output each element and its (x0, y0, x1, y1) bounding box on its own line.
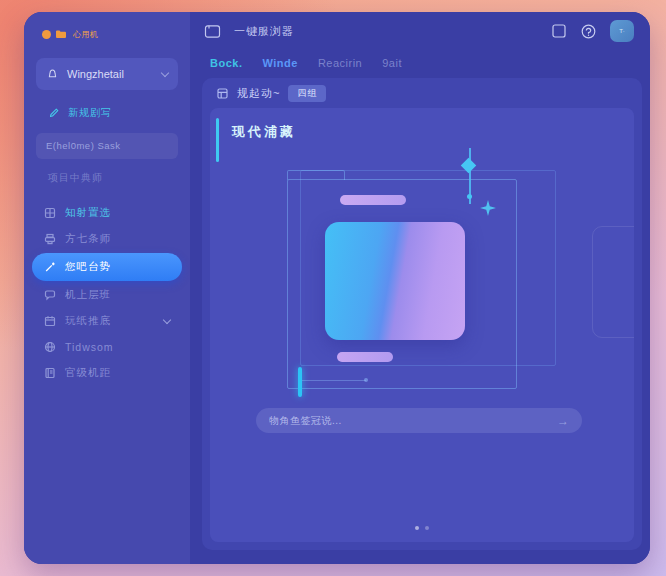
main-area: 一键服浏器 T· Bock. Winde Reacirin 9ait 规起动~ (190, 12, 650, 564)
bell-icon (46, 68, 59, 81)
pager-dots (415, 526, 429, 530)
cursor-bar (298, 367, 302, 397)
quick-action-label: 新规剧写 (68, 106, 112, 120)
chat-icon (44, 289, 56, 301)
pager-dot-2[interactable] (425, 526, 429, 530)
sidebar-item-7[interactable]: 官级机距 (32, 361, 182, 385)
sidebar-item-label: Tidwsom (65, 341, 170, 353)
logo-text: 心用机 (73, 29, 99, 40)
sidebar-menu: 知射置选 方七条师 您吧台势 机上层班 (32, 201, 182, 387)
illustration-horizontal-line (302, 380, 366, 381)
panel-header: 规起动~ 四组 (202, 78, 642, 108)
sidebar-item-6[interactable]: Tidwsom (32, 335, 182, 359)
illustration-pill-bottom (337, 352, 393, 362)
chat-input[interactable] (269, 415, 549, 426)
avatar[interactable]: T· (610, 20, 634, 42)
panel-badge[interactable]: 四组 (288, 85, 326, 102)
sidebar-item-3-selected[interactable]: 您吧台势 (32, 253, 182, 281)
sidebar-item-label: 官级机距 (65, 366, 170, 380)
topbar-title: 一键服浏器 (234, 24, 294, 39)
logo-dot-icon (42, 30, 51, 39)
panel-title: 规起动~ (237, 86, 280, 101)
sidebar-sub-item[interactable]: 项目中典师 (36, 167, 178, 189)
line-dot (467, 194, 472, 199)
tab-3[interactable]: Reacirin (318, 57, 362, 69)
quick-action[interactable]: 新规剧写 (48, 106, 190, 120)
sidebar-item-4[interactable]: 机上层班 (32, 283, 182, 307)
sidebar-section[interactable]: E(hel0me) Sask (36, 133, 178, 159)
content-panel: 规起动~ 四组 现代浦藏 (202, 78, 642, 550)
logo: 心用机 (42, 27, 190, 41)
square-window-icon[interactable] (551, 23, 567, 39)
app-window: 心用机 Wingzhetail 新规剧写 E(hel0me) Sask 项目中典… (24, 12, 650, 564)
sidebar-item-label: 知射置选 (65, 206, 170, 220)
canvas-title: 现代浦藏 (232, 123, 296, 141)
grid-icon (44, 207, 56, 219)
hero-canvas: 现代浦藏 → (210, 108, 634, 542)
calendar-icon (44, 315, 56, 327)
title-accent-bar (216, 118, 219, 162)
topbar: 一键服浏器 T· (190, 12, 650, 50)
sidebar-item-label: 玩纸推底 (65, 314, 155, 328)
pager-dot-1[interactable] (415, 526, 419, 530)
sidebar: 心用机 Wingzhetail 新规剧写 E(hel0me) Sask 项目中典… (24, 12, 190, 564)
send-arrow-icon[interactable]: → (557, 415, 569, 427)
sidebar-item-label: 机上层班 (65, 288, 170, 302)
tab-2[interactable]: Winde (262, 57, 297, 69)
chevron-down-icon (161, 68, 169, 76)
pencil-icon (48, 107, 60, 119)
tab-4[interactable]: 9ait (382, 57, 402, 69)
help-icon[interactable] (580, 23, 597, 40)
line-end-dot (364, 378, 368, 382)
chevron-down-icon (163, 315, 171, 323)
wand-icon (44, 261, 56, 273)
globe-icon (44, 341, 56, 353)
stack-icon (216, 87, 229, 100)
sidebar-item-1[interactable]: 知射置选 (32, 201, 182, 225)
window-icon[interactable] (204, 24, 221, 39)
tab-bar: Bock. Winde Reacirin 9ait (190, 50, 650, 76)
illustration-pill-top (340, 195, 406, 205)
logo-folder-icon (55, 29, 67, 39)
floating-panel-hint (592, 226, 634, 338)
sidebar-item-label: 您吧台势 (65, 260, 170, 274)
workspace-selector[interactable]: Wingzhetail (36, 58, 178, 90)
chat-input-bar: → (256, 408, 582, 433)
gradient-card (325, 222, 465, 340)
sidebar-item-2[interactable]: 方七条师 (32, 227, 182, 251)
tab-1[interactable]: Bock. (210, 57, 242, 69)
book-icon (44, 367, 56, 379)
sidebar-item-label: 方七条师 (65, 232, 170, 246)
printer-icon (44, 233, 56, 245)
sidebar-item-5[interactable]: 玩纸推底 (32, 309, 182, 333)
workspace-label: Wingzhetail (67, 68, 154, 80)
